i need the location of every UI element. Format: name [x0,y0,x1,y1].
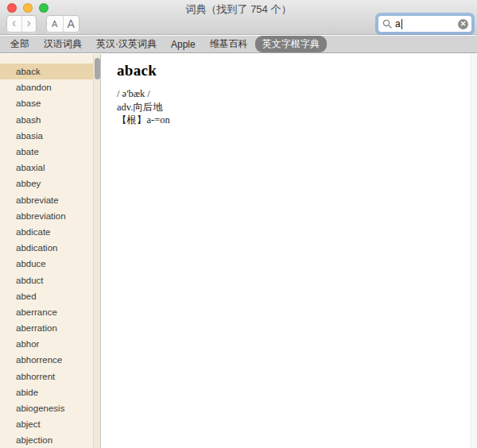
word-list-item[interactable]: abandon [0,79,93,95]
word-list-item[interactable]: abaxial [0,160,93,176]
entry-details: / ə'bæk / adv.向后地 【根】a-=on [117,87,461,127]
back-icon: ‹ [12,17,16,29]
sidebar-scrollbar-thumb[interactable] [95,58,100,79]
toolbar: ‹ › A A a ✕ [6,15,472,33]
word-list-item[interactable]: abdication [0,240,93,256]
clear-search-icon[interactable]: ✕ [458,19,468,29]
word-list-item[interactable]: abhorrence [0,352,93,368]
word-list-item[interactable]: aberrance [0,304,93,320]
tab-2[interactable]: 汉语词典 [37,36,89,52]
font-size-buttons: A A [46,15,80,33]
search-value: a [395,18,401,29]
word-list-item[interactable]: abhor [0,336,93,352]
word-list-item[interactable]: abdicate [0,224,93,240]
word-list-item[interactable]: abate [0,144,93,160]
tab-1[interactable]: 全部 [3,36,37,52]
titlebar: 词典（找到了 754 个） ‹ › A A [0,0,477,35]
word-list-item[interactable]: abase [0,95,93,111]
tab-5[interactable]: 维基百科 [203,36,255,52]
entry-root: 【根】a-=on [117,114,461,127]
word-list-item[interactable]: aberration [0,320,93,336]
tab-3[interactable]: 英汉·汉英词典 [89,36,164,52]
word-list-item[interactable]: aback [0,64,93,79]
word-list-item[interactable]: abbey [0,176,93,191]
content-scrollbar[interactable] [471,54,477,448]
search-icon [382,19,392,29]
entry-definition: adv.向后地 [117,101,461,114]
word-list-item[interactable]: abhorrent [0,369,93,384]
entry-phonetic: / ə'bæk / [117,87,461,101]
nav-buttons: ‹ › [6,15,37,33]
search-input[interactable]: a ✕ [378,15,472,33]
sidebar-scrollbar[interactable] [93,54,100,448]
zoom-button[interactable] [39,3,48,13]
dictionary-window: 词典（找到了 754 个） ‹ › A A [0,0,477,448]
text-caret [401,19,402,29]
entry-headword: aback [117,62,461,79]
word-list-item[interactable]: abbreviate [0,192,93,208]
word-list-item[interactable]: abduct [0,272,93,288]
font-smaller-button[interactable]: A [47,16,63,32]
close-button[interactable] [7,3,17,13]
word-list-item[interactable]: abjection [0,432,93,448]
tab-6[interactable]: 英文字根字典 [255,36,327,52]
forward-icon: › [27,17,31,29]
tab-bar: 全部汉语词典英汉·汉英词典Apple维基百科英文字根字典 [0,36,477,53]
word-list-item[interactable]: abduce [0,256,93,272]
word-list-item[interactable]: abbreviation [0,208,93,224]
main-area: abackabandonabaseabashabasiaabateabaxial… [0,54,477,448]
back-button[interactable]: ‹ [7,16,21,32]
word-list-item[interactable]: abiogenesis [0,400,93,416]
tab-4[interactable]: Apple [164,37,203,52]
font-larger-button[interactable]: A [63,16,80,32]
word-list: abackabandonabaseabashabasiaabateabaxial… [0,54,93,448]
word-list-sidebar: abackabandonabaseabashabasiaabateabaxial… [0,54,101,448]
word-list-item[interactable]: abed [0,288,93,304]
entry-content: aback / ə'bæk / adv.向后地 【根】a-=on [101,54,477,448]
minimize-button[interactable] [23,3,33,13]
forward-button[interactable]: › [21,16,37,32]
font-larger-label: A [68,17,75,30]
word-list-item[interactable]: abject [0,416,93,432]
word-list-item[interactable]: abash [0,112,93,128]
font-smaller-label: A [52,19,57,29]
word-list-item[interactable]: abasia [0,128,93,144]
traffic-lights [7,3,48,13]
word-list-item[interactable]: abide [0,384,93,400]
